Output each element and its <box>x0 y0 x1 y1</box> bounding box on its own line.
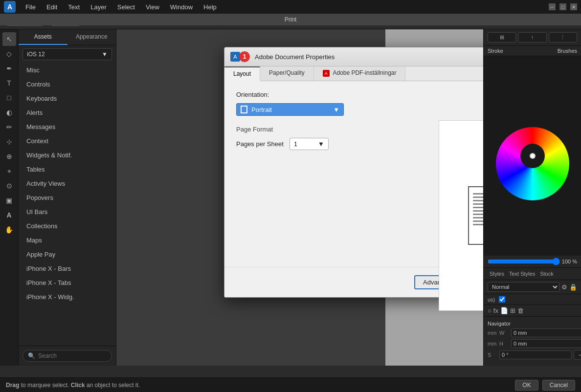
search-input[interactable] <box>38 352 112 359</box>
sidebar-item-iphone-widg[interactable]: iPhone X - Widg. <box>19 290 116 304</box>
menu-window[interactable]: Window <box>165 2 198 12</box>
more-btn[interactable]: ⋮ <box>549 32 577 43</box>
sidebar-item-context[interactable]: Context <box>19 134 116 148</box>
statusbar: Drag to marquee select. Click an object … <box>0 377 581 392</box>
node-tool[interactable]: ◇ <box>2 47 16 61</box>
color-wheel-center <box>520 144 545 168</box>
blend-mode-row: Normal ⚙ 🔒 <box>484 280 581 294</box>
statusbar-ok-button[interactable]: OK <box>515 380 538 391</box>
sidebar-item-widgets[interactable]: Widgets & Notif. <box>19 148 116 162</box>
sidebar-item-collections[interactable]: Collections <box>19 219 116 233</box>
adp-tab-pdf[interactable]: A Adobe PDF-inställningar <box>314 66 406 81</box>
rotation-select[interactable]: ↔ <box>574 350 581 360</box>
add-doc-icon[interactable]: 📄 <box>500 307 508 314</box>
select-tool[interactable]: ↖ <box>2 32 16 46</box>
canvas-area[interactable]: A 1 Adobe Document Properties × Layout P… <box>116 29 483 366</box>
opacity-slider[interactable] <box>488 258 560 265</box>
menu-layer[interactable]: Layer <box>86 2 112 12</box>
height-input[interactable] <box>511 339 581 348</box>
menu-file[interactable]: File <box>21 2 41 12</box>
rotation-input[interactable] <box>499 350 572 359</box>
sidebar-item-misc[interactable]: Misc <box>19 63 116 77</box>
h-label: H <box>499 341 509 347</box>
width-input[interactable] <box>511 328 581 337</box>
badge-1: 1 <box>239 51 250 62</box>
shape-tool[interactable]: □ <box>2 91 16 105</box>
sidebar-item-keyboards[interactable]: Keyboards <box>19 91 116 106</box>
pen-tool[interactable]: ✒ <box>2 62 16 75</box>
sidebar-item-messages[interactable]: Messages <box>19 120 116 134</box>
rpanel-tab-stock[interactable]: Stock <box>538 270 556 278</box>
pps-label: Pages per Sheet <box>236 140 284 148</box>
blend-mode-select[interactable]: Normal <box>488 282 559 292</box>
orientation-select[interactable]: Portrait ▼ <box>236 103 344 116</box>
sidebar-selector[interactable]: iOS 12 ▼ <box>22 48 112 60</box>
pps-select[interactable]: 1 ▼ <box>290 138 329 150</box>
drag-text: Drag <box>6 382 19 389</box>
grid-view-btn[interactable]: ⊞ <box>488 32 516 43</box>
menu-view[interactable]: View <box>141 2 164 12</box>
sidebar-item-iphone-tabs[interactable]: iPhone X - Tabs <box>19 276 116 290</box>
w-label: W <box>499 330 509 336</box>
navigator-controls: mm W mm H S ↔ <box>488 328 577 360</box>
pps-dropdown-icon: ▼ <box>318 140 324 148</box>
menu-edit[interactable]: Edit <box>42 2 62 12</box>
type-tool[interactable]: A <box>2 208 16 222</box>
color-wheel-container <box>484 56 581 256</box>
fx-checkbox: us) <box>488 297 495 303</box>
share-btn[interactable]: ↑ <box>518 32 546 43</box>
sidebar-item-popovers[interactable]: Popovers <box>19 191 116 205</box>
statusbar-cancel-button[interactable]: Cancel <box>542 380 575 391</box>
sidebar-tab-appearance[interactable]: Appearance <box>67 29 116 45</box>
effects-toggle[interactable] <box>499 296 505 303</box>
menu-text[interactable]: Text <box>63 2 85 12</box>
orientation-dropdown-icon: ▼ <box>333 106 339 113</box>
close-btn[interactable]: ✕ <box>570 3 577 10</box>
rpanel-tab-bar: Styles Text Styles Stock <box>484 268 581 280</box>
menu-help[interactable]: Help <box>199 2 222 12</box>
minimize-btn[interactable]: ─ <box>549 3 556 10</box>
lock-icon[interactable]: 🔒 <box>569 283 577 291</box>
paint-tool[interactable]: ✏ <box>2 120 16 134</box>
crop-tool[interactable]: ⌖ <box>2 164 16 178</box>
sidebar-item-iphone-bars[interactable]: iPhone X - Bars <box>19 261 116 276</box>
eyedropper-tool[interactable]: ⊙ <box>2 179 16 193</box>
zoom-tool[interactable]: ⊕ <box>2 150 16 163</box>
fx-icon[interactable]: fx <box>493 307 498 314</box>
mm-label-h: mm <box>488 341 497 347</box>
artboard-tool[interactable]: ▣ <box>2 194 16 207</box>
adp-preview-area: ↖ <box>439 120 483 311</box>
text-tool[interactable]: T <box>2 76 16 90</box>
rpanel-tab-styles[interactable]: Styles <box>488 270 506 278</box>
trash-icon[interactable]: 🗑 <box>517 307 524 314</box>
gear-icon[interactable]: ⚙ <box>561 283 567 291</box>
sidebar-item-apple-pay[interactable]: Apple Pay <box>19 247 116 261</box>
hand-tool[interactable]: ✋ <box>2 223 16 237</box>
sidebar-item-tables[interactable]: Tables <box>19 162 116 176</box>
adp-tab-paper[interactable]: Paper/Quality <box>260 66 314 81</box>
maximize-btn[interactable]: □ <box>559 3 566 10</box>
adp-tab-bar: Layout Paper/Quality A Adobe PDF-inställ… <box>224 66 483 81</box>
sidebar-item-controls[interactable]: Controls <box>19 77 116 91</box>
sidebar-search-container: 🔍 <box>19 346 116 366</box>
grid-icon[interactable]: ⊞ <box>510 307 515 314</box>
page-preview-lines <box>473 193 483 225</box>
sidebar-selector-value: iOS 12 <box>27 51 45 58</box>
adp-tab-layout[interactable]: Layout <box>224 66 260 81</box>
menu-select[interactable]: Select <box>112 2 140 12</box>
page-line <box>473 196 483 198</box>
sidebar-item-ui-bars[interactable]: UI Bars <box>19 205 116 219</box>
adp-title-icon: A <box>230 52 240 62</box>
color-wheel-wrapper <box>496 119 569 193</box>
sidebar-item-maps[interactable]: Maps <box>19 233 116 247</box>
sidebar-item-alerts[interactable]: Alerts <box>19 106 116 120</box>
click-text: Click <box>71 382 85 389</box>
rpanel-tab-text-styles[interactable]: Text Styles <box>507 270 537 278</box>
page-line <box>473 224 483 225</box>
sidebar-item-activity-views[interactable]: Activity Views <box>19 176 116 191</box>
stroke-label: Stroke <box>488 48 503 54</box>
slice-tool[interactable]: ⊹ <box>2 135 16 149</box>
gradient-tool[interactable]: ◐ <box>2 106 16 119</box>
sidebar-tab-assets[interactable]: Assets <box>19 29 67 45</box>
style-controls: ○ fx 📄 ⊞ 🗑 <box>484 305 581 316</box>
